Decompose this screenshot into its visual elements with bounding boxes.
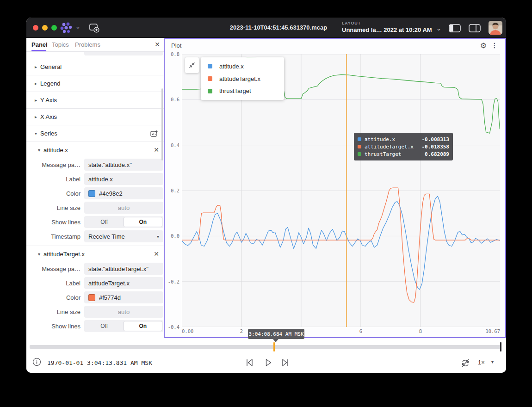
loop-disabled-icon[interactable]	[460, 358, 470, 368]
close-window-button[interactable]	[33, 25, 38, 31]
tooltip-row: attitudeTarget.x -0.018358	[358, 143, 449, 150]
field-line-size: Line size	[26, 201, 164, 215]
tooltip-row: thrustTarget 0.682089	[358, 150, 449, 158]
series-header-attitude-target-x[interactable]: ▾ attitudeTarget.x ✕	[26, 246, 164, 262]
chevron-right-icon: ▸	[35, 114, 40, 119]
hover-values-tooltip: attitude.x -0.008313 attitudeTarget.x -0…	[354, 133, 453, 160]
chevron-right-icon: ▸	[35, 81, 40, 86]
seek-backward-button[interactable]	[245, 358, 254, 368]
title-field-label: Title	[26, 52, 80, 56]
tooltip-arrow	[273, 339, 278, 342]
message-path-input[interactable]	[84, 159, 163, 171]
legend-item[interactable]: attitudeTarget.x	[201, 75, 284, 82]
foxglove-logo-icon[interactable]	[60, 22, 74, 34]
section-x-axis[interactable]: ▸ X Axis	[26, 109, 164, 125]
series-color-chip	[208, 64, 212, 68]
desktop-background: ⌄ 2023-11-10T04:51:45.631370.mcap LAYOUT…	[0, 0, 532, 407]
show-lines-toggle: Off On	[84, 216, 163, 228]
field-message-path: Message pa…	[26, 158, 164, 172]
tab-problems[interactable]: Problems	[75, 41, 100, 48]
color-swatch[interactable]	[88, 294, 95, 301]
app-window: ⌄ 2023-11-10T04:51:45.631370.mcap LAYOUT…	[26, 18, 506, 373]
playback-speed[interactable]: 1×	[478, 359, 485, 366]
y-tick-label: -0.2	[165, 279, 179, 284]
plot-panel[interactable]: Plot ⚙ ⋮ 0.80.60.40.20.0-0.2-0.4 0.00246…	[164, 38, 506, 338]
left-sidebar-toggle-icon[interactable]	[449, 24, 461, 32]
section-legend[interactable]: ▸ Legend	[26, 75, 164, 92]
collapse-arrows-icon	[188, 62, 196, 69]
app-menu-chevron-icon[interactable]: ⌄	[75, 23, 80, 30]
window-title: 2023-11-10T04:51:45.631370.mcap	[202, 24, 355, 31]
remove-series-icon[interactable]: ✕	[154, 250, 159, 258]
sidebar-tabs: Panel Topics Problems ✕	[26, 38, 164, 52]
field-color: Color #f5774d	[26, 290, 164, 305]
series-header-attitude-x[interactable]: ▾ attitude.x ✕	[26, 142, 164, 158]
series-color-chip	[208, 89, 212, 93]
y-tick-label: 0.4	[165, 142, 179, 148]
scrubber-playhead[interactable]	[273, 342, 275, 352]
chevron-down-icon[interactable]: ▾	[491, 359, 494, 364]
color-swatch[interactable]	[88, 190, 95, 197]
active-tab-underline	[31, 50, 46, 51]
user-avatar[interactable]	[489, 21, 502, 35]
add-series-icon[interactable]	[150, 130, 158, 138]
label-input[interactable]	[84, 277, 163, 289]
show-lines-off-button[interactable]: Off	[85, 321, 124, 331]
y-tick-label: 0.8	[165, 51, 179, 57]
title-field-input[interactable]	[84, 52, 163, 56]
timeline-scrubber[interactable]	[30, 345, 501, 349]
label-input[interactable]	[84, 173, 163, 185]
scrubber-end-marker	[500, 342, 501, 352]
section-y-axis[interactable]: ▸ Y Axis	[26, 92, 164, 109]
x-tick-label: 2	[240, 328, 243, 334]
minimize-window-button[interactable]	[42, 25, 48, 31]
y-tick-label: 0.0	[165, 233, 179, 239]
chevron-right-icon: ▸	[35, 64, 40, 69]
section-general[interactable]: ▸ General	[26, 59, 164, 75]
show-lines-off-button[interactable]: Off	[85, 217, 124, 227]
x-tick-label: 0.00	[182, 328, 193, 334]
color-input[interactable]: #f5774d	[84, 291, 163, 303]
series-color-chip	[208, 76, 212, 81]
y-tick-label: -0.4	[165, 324, 179, 330]
current-timestamp[interactable]: 1970-01-01 3:04:13.831 AM MSK	[47, 359, 152, 366]
section-series[interactable]: ▾ Series	[26, 125, 164, 142]
close-sidebar-icon[interactable]: ✕	[155, 41, 160, 48]
plot-panel-title: Plot	[171, 42, 181, 49]
series-color-chip	[358, 137, 361, 141]
layout-name[interactable]: Unnamed la… 2022 at 10:20 AM	[342, 26, 432, 33]
field-show-lines: Show lines Off On	[26, 215, 164, 229]
play-button[interactable]	[264, 358, 273, 368]
add-panel-icon[interactable]	[88, 22, 99, 33]
line-size-input[interactable]	[84, 306, 163, 318]
title-row-clipped: Title	[26, 52, 164, 56]
seek-forward-button[interactable]	[280, 358, 290, 368]
message-path-input[interactable]	[84, 263, 163, 275]
right-sidebar-toggle-icon[interactable]	[469, 24, 481, 32]
sidebar-scrollbar[interactable]	[161, 88, 163, 160]
collapse-legend-button[interactable]	[185, 57, 199, 73]
info-icon[interactable]	[32, 358, 41, 366]
layout-menu-chevron-icon[interactable]: ⌄	[436, 25, 441, 32]
field-line-size: Line size	[26, 305, 164, 319]
panel-settings-gear-icon[interactable]: ⚙	[480, 41, 487, 50]
titlebar: ⌄ 2023-11-10T04:51:45.631370.mcap LAYOUT…	[26, 18, 506, 38]
show-lines-on-button[interactable]: On	[124, 321, 163, 331]
chevron-down-icon: ▾	[38, 148, 43, 153]
color-input[interactable]: #4e98e2	[84, 187, 163, 199]
remove-series-icon[interactable]: ✕	[154, 146, 159, 154]
show-lines-on-button[interactable]: On	[124, 217, 163, 227]
line-size-input[interactable]	[84, 202, 163, 214]
tab-panel[interactable]: Panel	[31, 41, 48, 48]
tooltip-row: attitude.x -0.008313	[358, 136, 449, 143]
field-label: Label	[26, 172, 164, 186]
timestamp-select[interactable]: Receive Time ▾	[84, 230, 163, 242]
chevron-down-icon: ▾	[38, 252, 43, 257]
zoom-window-button[interactable]	[51, 25, 57, 31]
tab-topics[interactable]: Topics	[52, 41, 69, 48]
show-lines-toggle: Off On	[84, 320, 163, 332]
legend-item[interactable]: attitude.x	[201, 63, 284, 70]
panel-menu-kebab-icon[interactable]: ⋮	[491, 42, 498, 49]
legend-item[interactable]: thrustTarget	[201, 87, 284, 94]
field-color: Color #4e98e2	[26, 186, 164, 201]
